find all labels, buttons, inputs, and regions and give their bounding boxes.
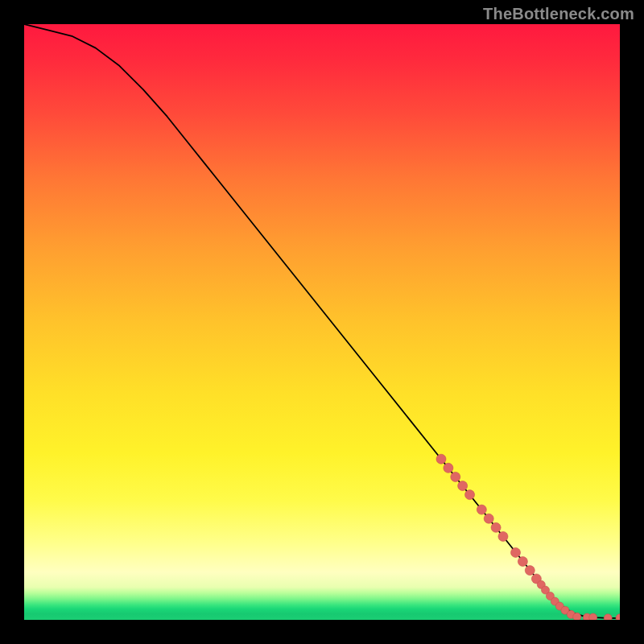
chart-frame: TheBottleneck.com	[0, 0, 644, 644]
plot-area	[24, 24, 620, 620]
gradient-background	[24, 24, 620, 620]
watermark-text: TheBottleneck.com	[483, 5, 634, 23]
